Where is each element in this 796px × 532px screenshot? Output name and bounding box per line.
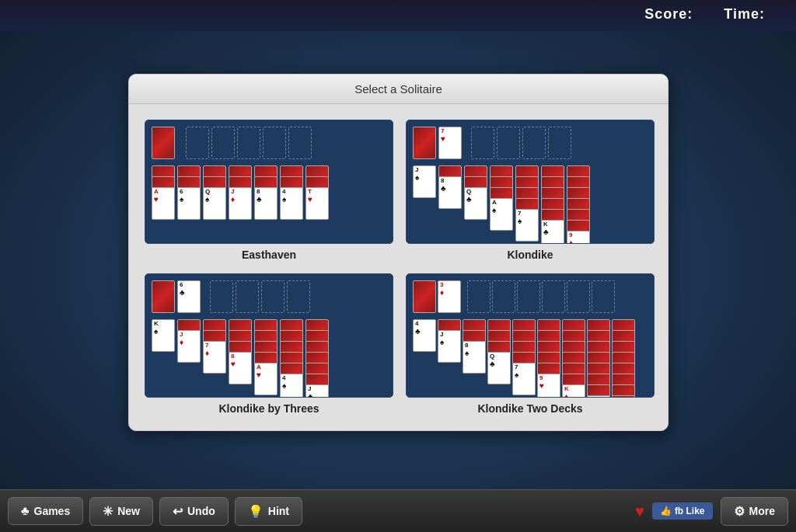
klondike-threes-preview: 6♣ K♠ J♦ <box>145 273 393 398</box>
threes-col-5: A♥ <box>254 319 278 395</box>
tableau-col-5: 8♣ <box>254 165 278 220</box>
fb-like-label: fb Like <box>675 506 705 516</box>
games-button[interactable]: ♣ Games <box>8 497 83 525</box>
threes-col-2: J♦ <box>177 319 201 363</box>
klondike-col-3: Q♣ <box>464 165 487 220</box>
tableau-col-4: J♦ <box>229 165 252 220</box>
game-cell-easthaven[interactable]: A♥ 6♠ Q♠ <box>138 113 400 267</box>
more-button-label: More <box>749 505 775 517</box>
game-select-dialog: Select a Solitaire <box>128 74 669 431</box>
new-button-label: New <box>117 505 140 517</box>
foundation-ph <box>237 127 260 159</box>
game-cell-klondike[interactable]: 7♥ J♠ 8♣ <box>400 113 661 267</box>
klondike-col-7: 9♦ <box>567 165 590 244</box>
undo-button[interactable]: ↩ Undo <box>159 497 229 526</box>
klondike-label: Klondike <box>507 249 553 261</box>
fb-like-button[interactable]: 👍 fb Like <box>652 502 713 520</box>
dialog-title: Select a Solitaire <box>129 75 668 104</box>
foundation-ph <box>288 127 312 159</box>
klondike-threes-label: Klondike by Threes <box>218 402 319 415</box>
toolbar: ♣ Games ✳ New ↩ Undo 💡 Hint ♥ 👍 fb Like … <box>0 489 796 532</box>
undo-button-label: Undo <box>187 505 215 517</box>
klondike-col-2: 8♣ <box>438 165 462 209</box>
games-button-label: Games <box>34 505 71 517</box>
new-button[interactable]: ✳ New <box>89 497 153 526</box>
klondike-two-decks-preview: 3♦ 4♣ J♠ <box>406 273 655 398</box>
score-label: Score: <box>644 6 693 23</box>
tableau-col-6: 4♠ <box>280 165 303 220</box>
hint-icon: 💡 <box>248 504 264 519</box>
foundation-ph <box>263 127 286 159</box>
tableau-col-3: Q♠ <box>203 165 226 220</box>
more-button[interactable]: ⚙ More <box>721 497 788 526</box>
threes-col-4: 8♥ <box>229 319 252 384</box>
game-cell-klondike-threes[interactable]: 6♣ K♠ J♦ <box>138 267 400 421</box>
klondike-col-6: K♣ <box>541 165 564 244</box>
more-icon: ⚙ <box>734 504 745 519</box>
threes-col-6: 4♠ <box>280 319 303 398</box>
time-label: Time: <box>724 6 765 23</box>
threes-col-7: J♣ <box>305 319 329 398</box>
undo-icon: ↩ <box>173 504 183 519</box>
foundation-ph <box>186 127 209 159</box>
foundation-ph <box>211 127 235 159</box>
stock-card <box>413 127 436 159</box>
hint-button-label: Hint <box>268 505 289 517</box>
tableau-col-1: A♥ <box>152 165 175 220</box>
tableau-col-7: T♥ <box>305 165 329 220</box>
game-cell-klondike-two-decks[interactable]: 3♦ 4♣ J♠ <box>400 267 661 421</box>
klondike-col-5: 7♠ <box>515 165 539 242</box>
threes-col-1: K♠ <box>152 319 175 352</box>
fb-thumb-icon: 👍 <box>660 506 672 516</box>
games-icon: ♣ <box>21 504 30 518</box>
threes-col-3: 7♦ <box>203 319 226 374</box>
new-icon: ✳ <box>103 504 113 519</box>
klondike-col-1: J♠ <box>413 165 436 198</box>
games-grid: A♥ 6♠ Q♠ <box>129 104 668 430</box>
easthaven-label: Easthaven <box>242 249 296 261</box>
klondike-col-4: A♠ <box>490 165 513 231</box>
stock-card <box>152 127 175 159</box>
hint-button[interactable]: 💡 Hint <box>235 497 302 526</box>
header-bar: Score: Time: <box>0 0 796 31</box>
klondike-two-decks-label: Klondike Two Decks <box>477 402 582 415</box>
klondike-preview: 7♥ J♠ 8♣ <box>406 120 655 244</box>
easthaven-preview: A♥ 6♠ Q♠ <box>145 120 393 244</box>
tableau-col-2: 6♠ <box>177 165 201 220</box>
toolbar-right: ♥ 👍 fb Like ⚙ More <box>635 497 788 526</box>
heart-icon: ♥ <box>635 502 644 520</box>
score-time-area: Score: Time: <box>613 0 796 29</box>
